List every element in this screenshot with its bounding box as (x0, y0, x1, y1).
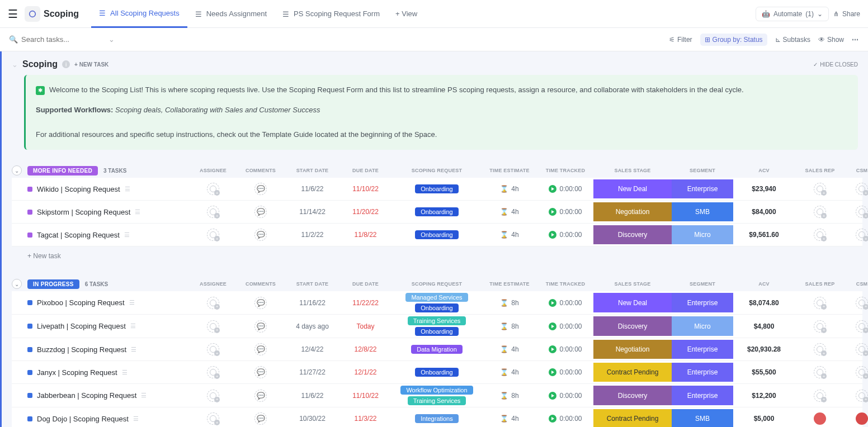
task-row[interactable]: Tagcat | Scoping Request☰+💬11/2/2211/8/2… (12, 224, 862, 246)
segment[interactable]: Enterprise (672, 293, 733, 312)
column-header[interactable]: SCOPING REQUEST (392, 281, 482, 287)
segment[interactable]: SMB (672, 202, 733, 221)
time-tracked[interactable]: 0:00:00 (537, 322, 593, 330)
assignee-placeholder[interactable]: + (207, 320, 219, 333)
segment[interactable]: Enterprise (672, 340, 733, 359)
comment-icon[interactable]: 💬 (254, 229, 267, 241)
csm-placeholder[interactable]: + (856, 343, 868, 355)
sales-rep-placeholder[interactable]: + (814, 343, 826, 355)
csm-placeholder[interactable]: + (856, 390, 868, 402)
row-menu-icon[interactable]: ☰ (133, 415, 139, 423)
comment-icon[interactable]: 💬 (254, 297, 267, 309)
sales-stage[interactable]: Contract Pending (593, 409, 672, 427)
time-estimate[interactable]: ⌛4h (482, 208, 537, 216)
time-tracked[interactable]: 0:00:00 (537, 185, 593, 193)
column-header[interactable]: CSM (845, 168, 868, 173)
start-date[interactable]: 11/6/22 (286, 392, 339, 400)
scoping-tag[interactable]: Training Services (408, 316, 466, 325)
column-header[interactable]: DUE DATE (339, 168, 392, 173)
collapse-group-icon[interactable]: ⌄ (12, 165, 22, 175)
assignee-placeholder[interactable]: + (207, 343, 219, 355)
comment-icon[interactable]: 💬 (254, 343, 267, 355)
group-status-label[interactable]: MORE INFO NEEDED (27, 166, 98, 175)
sales-stage[interactable]: Negotiation (593, 340, 672, 359)
scoping-tag[interactable]: Onboarding (415, 230, 459, 239)
assignee-placeholder[interactable]: + (207, 229, 219, 241)
scoping-tag[interactable]: Onboarding (415, 368, 459, 377)
comment-icon[interactable]: 💬 (254, 320, 267, 333)
segment[interactable]: Enterprise (672, 386, 733, 405)
column-header[interactable]: ASSIGNEE (191, 168, 235, 173)
sales-stage[interactable]: Discovery (593, 386, 672, 405)
row-menu-icon[interactable]: ☰ (141, 392, 147, 399)
segment[interactable]: Micro (672, 225, 733, 244)
play-icon[interactable] (549, 231, 556, 239)
column-header[interactable]: SEGMENT (672, 281, 733, 287)
column-header[interactable]: COMMENTS (235, 168, 286, 173)
new-task-row[interactable]: + New task (12, 246, 862, 260)
due-date[interactable]: 11/8/22 (339, 231, 392, 239)
task-row[interactable]: Jabberbean | Scoping Request☰+💬11/6/2211… (12, 384, 862, 407)
scoping-tag[interactable]: Managed Services (405, 293, 468, 302)
sales-rep-placeholder[interactable]: + (814, 366, 826, 378)
comment-icon[interactable]: 💬 (254, 206, 267, 218)
column-header[interactable]: DUE DATE (339, 281, 392, 287)
sales-stage[interactable]: Contract Pending (593, 363, 672, 382)
automate-button[interactable]: 🤖 Automate (1) ⌄ (756, 7, 829, 21)
collapse-group-icon[interactable]: ⌄ (12, 279, 22, 289)
play-icon[interactable] (549, 392, 556, 400)
row-menu-icon[interactable]: ☰ (125, 186, 130, 193)
group-status-label[interactable]: IN PROGRESS (27, 279, 79, 289)
due-date[interactable]: 11/22/22 (339, 299, 392, 307)
column-header[interactable]: TIME ESTIMATE (482, 281, 537, 287)
start-date[interactable]: 11/16/22 (286, 299, 339, 307)
play-icon[interactable] (549, 322, 556, 330)
column-header[interactable]: START DATE (286, 281, 339, 287)
more-icon[interactable]: ⋯ (852, 36, 859, 44)
scoping-tag[interactable]: Onboarding (415, 303, 459, 312)
scoping-tag[interactable]: Onboarding (415, 327, 459, 336)
segment[interactable]: Enterprise (672, 363, 733, 382)
column-header[interactable]: SCOPING REQUEST (392, 168, 482, 173)
csm-placeholder[interactable]: + (856, 320, 868, 333)
add-view-button[interactable]: + View (388, 10, 425, 18)
scoping-tag[interactable]: Training Services (408, 396, 466, 405)
sales-rep-avatar[interactable] (814, 412, 826, 425)
row-menu-icon[interactable]: ☰ (130, 322, 136, 330)
scoping-tag[interactable]: Onboarding (415, 184, 459, 193)
task-row[interactable]: Skipstorm | Scoping Request☰+💬11/14/2211… (12, 201, 862, 224)
scoping-tag[interactable]: Workflow Optimization (400, 386, 473, 395)
due-date[interactable]: 11/10/22 (339, 185, 392, 193)
sales-rep-placeholder[interactable]: + (814, 183, 826, 195)
start-date[interactable]: 11/14/22 (286, 208, 339, 216)
csm-placeholder[interactable]: + (856, 206, 868, 218)
play-icon[interactable] (549, 185, 556, 193)
segment[interactable]: Enterprise (672, 179, 733, 198)
row-menu-icon[interactable]: ☰ (129, 299, 135, 306)
time-estimate[interactable]: ⌛8h (482, 322, 537, 330)
time-estimate[interactable]: ⌛4h (482, 231, 537, 239)
assignee-placeholder[interactable]: + (207, 183, 219, 195)
play-icon[interactable] (549, 299, 556, 307)
time-estimate[interactable]: ⌛4h (482, 368, 537, 376)
due-date[interactable]: 12/8/22 (339, 345, 392, 353)
csm-placeholder[interactable]: + (856, 229, 868, 241)
group-by-button[interactable]: ⊞Group by: Status (700, 34, 767, 46)
segment[interactable]: Micro (672, 316, 733, 336)
column-header[interactable]: CSM (845, 281, 868, 287)
column-header[interactable]: SEGMENT (672, 168, 733, 173)
view-tab[interactable]: ☰PS Scoping Request Form (275, 0, 388, 28)
column-header[interactable]: TIME ESTIMATE (482, 168, 537, 173)
task-row[interactable]: Livepath | Scoping Request☰+💬4 days agoT… (12, 315, 862, 338)
scoping-tag[interactable]: Onboarding (415, 207, 459, 216)
segment[interactable]: SMB (672, 409, 733, 427)
comment-icon[interactable]: 💬 (254, 366, 267, 378)
sales-stage[interactable]: Negotiation (593, 202, 672, 221)
time-tracked[interactable]: 0:00:00 (537, 208, 593, 216)
assignee-placeholder[interactable]: + (207, 390, 219, 402)
info-icon[interactable]: i (62, 60, 70, 68)
column-header[interactable]: SALES REP (795, 281, 845, 287)
column-header[interactable]: ACV (733, 168, 795, 173)
csm-avatar[interactable] (856, 412, 868, 425)
assignee-placeholder[interactable]: + (207, 297, 219, 309)
